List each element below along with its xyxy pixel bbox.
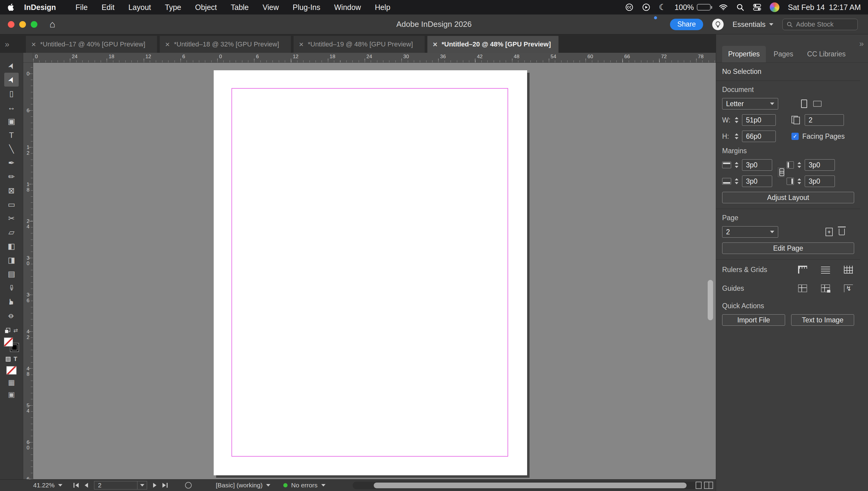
free-transform-tool[interactable]: ▱ (4, 225, 19, 239)
zoom-level-dropdown[interactable]: 41.22% (33, 480, 62, 491)
previous-page-button[interactable] (85, 483, 88, 488)
line-tool[interactable]: ╲ (4, 142, 19, 156)
ruler-origin-corner[interactable] (23, 53, 33, 63)
lightbulb-icon[interactable] (712, 19, 724, 30)
last-page-button[interactable] (162, 483, 167, 488)
bottom-margin-field[interactable]: 3p0 (742, 176, 772, 187)
landscape-orientation-button[interactable] (813, 101, 822, 107)
baseline-grid-button[interactable] (820, 264, 831, 275)
formatting-affects-text-icon[interactable]: T (13, 355, 17, 363)
horizontal-scrollbar-track[interactable] (352, 482, 704, 489)
tab-close-icon[interactable]: × (165, 40, 170, 49)
horizontal-ruler[interactable]: 0241812606121824303642485460667278 (33, 53, 716, 63)
menu-item-view[interactable]: View (255, 3, 286, 12)
facing-pages-checkbox[interactable]: ✓ (792, 133, 799, 140)
show-guides-button[interactable] (797, 283, 808, 293)
note-tool[interactable]: ▤ (4, 267, 19, 281)
tab-close-icon[interactable]: × (31, 40, 36, 49)
swap-fill-stroke-icon[interactable]: ⇄ (13, 327, 18, 334)
selection-tool[interactable]: ➤ (4, 59, 19, 73)
portrait-orientation-button[interactable] (801, 99, 807, 108)
menu-item-plug-ins[interactable]: Plug-Ins (286, 3, 327, 12)
formatting-affects-container-icon[interactable] (6, 357, 10, 362)
top-margin-field[interactable]: 3p0 (742, 159, 772, 171)
show-rulers-button[interactable] (797, 264, 808, 275)
document-tab[interactable]: ×*Untitled–18 @ 32% [GPU Preview] (160, 36, 291, 53)
control-center-icon[interactable] (753, 2, 761, 12)
menu-item-object[interactable]: Object (188, 3, 224, 12)
document-tab[interactable]: ×*Untitled–20 @ 48% [GPU Preview] (427, 36, 558, 53)
preflight-profile-dropdown[interactable]: [Basic] (working) (216, 480, 270, 491)
text-to-image-button[interactable]: Text to Image (791, 314, 854, 326)
spotlight-search-icon[interactable] (736, 2, 744, 12)
spread-view-icon[interactable] (704, 482, 713, 489)
tab-overflow-chevrons-icon[interactable]: » (0, 36, 26, 53)
adobe-stock-search[interactable]: Adobe Stock (782, 19, 858, 30)
type-tool[interactable]: T (4, 128, 19, 142)
panel-collapse-chevrons-icon[interactable]: » (859, 39, 864, 49)
play-circle-icon[interactable] (642, 2, 650, 12)
document-page[interactable] (214, 70, 527, 475)
link-margins-button[interactable] (777, 167, 785, 178)
lock-guides-button[interactable] (820, 283, 831, 293)
outside-margin-field[interactable]: 3p0 (805, 176, 835, 187)
minimize-window-button[interactable] (19, 21, 26, 28)
fill-swatch[interactable] (4, 338, 13, 347)
tab-close-icon[interactable]: × (433, 40, 437, 49)
page-number-field[interactable]: 2 (94, 481, 147, 490)
height-stepper[interactable] (734, 133, 740, 139)
zoom-tool[interactable]: ⌀ (4, 309, 19, 322)
zoom-window-button[interactable] (31, 21, 37, 28)
menu-item-edit[interactable]: Edit (95, 3, 121, 12)
eyedropper-tool[interactable]: ✑ (4, 281, 19, 295)
inside-margin-stepper[interactable] (796, 162, 802, 168)
top-margin-stepper[interactable] (734, 162, 740, 168)
status-circle-icon[interactable] (185, 480, 192, 491)
add-page-button[interactable]: + (826, 228, 833, 236)
creative-cloud-icon[interactable] (625, 2, 633, 12)
bottom-margin-stepper[interactable] (734, 178, 740, 184)
scissors-tool[interactable]: ✂ (4, 211, 19, 225)
tab-pages[interactable]: Pages (768, 46, 799, 62)
document-tab[interactable]: ×*Untitled–19 @ 48% [GPU Preview] (293, 36, 425, 53)
gradient-swatch-tool[interactable]: ◧ (4, 239, 19, 253)
apple-menu-icon[interactable] (7, 3, 16, 12)
current-page-select[interactable]: 2 (722, 226, 778, 238)
page-view-icon[interactable] (695, 482, 702, 489)
edit-page-button[interactable]: Edit Page (722, 242, 854, 254)
tab-cc-libraries[interactable]: CC Libraries (801, 46, 852, 62)
hand-tool[interactable]: ☛ (4, 295, 19, 309)
page-number-dropdown[interactable] (137, 481, 147, 489)
close-window-button[interactable] (8, 21, 14, 28)
tab-close-icon[interactable]: × (299, 40, 304, 49)
menubar-clock[interactable]: Sat Feb 14 12:17 AM (788, 3, 861, 12)
workspace-switcher[interactable]: Essentials (733, 20, 773, 29)
menu-item-window[interactable]: Window (327, 3, 368, 12)
horizontal-scrollbar-thumb[interactable] (374, 483, 687, 488)
menu-item-file[interactable]: File (69, 3, 95, 12)
screen-mode-icon[interactable]: ▣ (8, 390, 15, 399)
pages-count-field[interactable]: 2 (805, 114, 844, 126)
direct-selection-tool[interactable]: ➤ (4, 73, 19, 87)
page-tool[interactable]: ▯ (4, 87, 19, 100)
user-avatar[interactable] (770, 2, 779, 12)
preflight-status-dropdown[interactable]: No errors (283, 480, 326, 491)
rectangle-tool[interactable]: ▭ (4, 198, 19, 211)
home-icon[interactable]: ⌂ (50, 19, 55, 30)
wifi-icon[interactable] (719, 2, 727, 12)
canvas-viewport[interactable] (33, 63, 716, 479)
menu-item-type[interactable]: Type (158, 3, 188, 12)
pen-tool[interactable]: ✒ (4, 156, 19, 170)
battery-status[interactable]: 100% (675, 3, 711, 12)
import-file-button[interactable]: Import File (722, 314, 785, 326)
menu-item-layout[interactable]: Layout (121, 3, 158, 12)
rectangle-frame-tool[interactable]: ⊠ (4, 184, 19, 198)
inside-margin-field[interactable]: 3p0 (805, 159, 835, 171)
default-fill-stroke-icon[interactable] (5, 328, 10, 333)
apply-none-button[interactable] (6, 366, 17, 375)
vertical-ruler[interactable]: 0612182430364248546066 (23, 63, 33, 479)
tab-properties[interactable]: Properties (722, 46, 766, 62)
delete-page-button[interactable] (839, 229, 845, 235)
content-collector-tool[interactable]: ▣ (4, 114, 19, 128)
focus-moon-icon[interactable]: ☾ (659, 2, 666, 12)
